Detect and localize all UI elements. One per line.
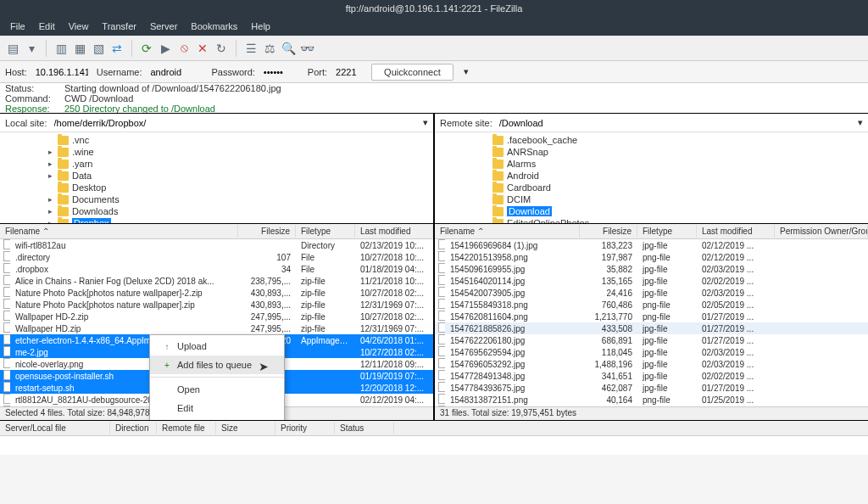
file-row[interactable]: 1545096169955.jpg35,882jpg-file02/03/201… (435, 263, 868, 275)
local-path-dropdown-icon[interactable]: ▾ (423, 117, 428, 128)
quickconnect-dropdown[interactable]: ▾ (459, 64, 474, 80)
search-icon[interactable]: 🔍 (281, 41, 296, 56)
password-input[interactable] (260, 65, 303, 79)
queue-col[interactable]: Server/Local file (0, 422, 110, 434)
col-modified[interactable]: Last modified (697, 225, 775, 238)
compare-icon[interactable]: ⚖ (262, 41, 277, 56)
ctx-open[interactable]: Open (150, 380, 284, 399)
menu-help[interactable]: Help (244, 18, 277, 35)
col-permissions[interactable]: Permission Owner/Grou... (775, 225, 868, 238)
file-row[interactable]: 1547620811604.png1,213,770png-file01/27/… (435, 311, 868, 322)
host-label: Host: (5, 67, 27, 77)
toolbar: ▤ ▾ ▥ ▦ ▧ ⇄ ⟳ ▶ ⦸ ✕ ↻ ☰ ⚖ 🔍 👓 (0, 36, 868, 61)
ctx-upload[interactable]: ↑Upload (150, 337, 284, 356)
process-queue-icon[interactable]: ▶ (158, 41, 173, 56)
file-row[interactable]: 1547695629594.jpg118,045jpg-file02/03/20… (435, 346, 868, 358)
file-row[interactable]: Nature Photo Pack[photos nature wallpape… (0, 299, 433, 311)
menu-server[interactable]: Server (143, 18, 184, 35)
file-row[interactable]: 1547622206180.jpg686,891jpg-file01/27/20… (435, 334, 868, 346)
toggle-tree-icon[interactable]: ▦ (72, 41, 87, 56)
dropdown-icon[interactable]: ▾ (24, 41, 39, 56)
tree-item[interactable]: ▸Dropbox (0, 217, 433, 223)
col-filetype[interactable]: Filetype (296, 225, 355, 238)
toggle-log-icon[interactable]: ▥ (53, 41, 69, 56)
queue-col[interactable]: Size (216, 422, 275, 434)
tree-item[interactable]: Download (435, 205, 868, 217)
folder-icon (492, 160, 504, 169)
file-row[interactable]: 1547728491348.jpg341,651jpg-file02/02/20… (435, 370, 868, 382)
file-row[interactable]: .directory107File10/27/2018 10:... (0, 251, 433, 263)
ctx-add-files-to-queue[interactable]: +Add files to queue (150, 356, 284, 374)
disconnect-icon[interactable]: ✕ (195, 41, 210, 56)
file-row[interactable]: 1547621885826.jpg433,508jpg-file01/27/20… (435, 322, 868, 334)
tree-item[interactable]: Alarms (435, 158, 868, 170)
reconnect-icon[interactable]: ↻ (214, 41, 229, 56)
file-row[interactable]: 1547155849318.png760,486png-file02/05/20… (435, 299, 868, 311)
folder-icon (58, 136, 69, 145)
site-manager-icon[interactable]: ▤ (5, 41, 20, 56)
file-row[interactable]: 1547784393675.jpg462,087jpg-file01/27/20… (435, 382, 868, 394)
file-row[interactable]: 1545420073905.jpg24,416jpg-file02/03/201… (435, 287, 868, 299)
find-icon[interactable]: 👓 (299, 41, 314, 56)
remote-site-input[interactable] (499, 118, 851, 128)
file-row[interactable]: Nature Photo Pack[photos nature wallpape… (0, 287, 433, 299)
folder-icon (58, 207, 69, 216)
filter-icon[interactable]: ☰ (243, 41, 259, 56)
file-row[interactable]: Wallpaper HD-2.zip247,995,...zip-file10/… (0, 311, 433, 322)
file-row[interactable]: 1545164020114.jpg135,165jpg-file02/02/20… (435, 275, 868, 287)
file-icon (3, 287, 10, 297)
tree-item[interactable]: ▸Downloads (0, 205, 433, 217)
col-filename[interactable]: Filename ⌃ (435, 225, 580, 238)
local-site-input[interactable] (54, 118, 416, 128)
menu-bookmarks[interactable]: Bookmarks (184, 18, 244, 35)
tree-item[interactable]: ▸.yarn (0, 158, 433, 170)
file-row[interactable]: .dropbox34File01/18/2019 04:... (0, 263, 433, 275)
file-row[interactable]: wifi-rtl8812auDirectory02/13/2019 10:... (0, 239, 433, 251)
tree-item[interactable]: Desktop (0, 182, 433, 193)
tree-item[interactable]: DCIM (435, 193, 868, 205)
tree-item[interactable]: ANRSnap (435, 146, 868, 158)
remote-site-label: Remote site: (440, 118, 492, 128)
tree-item[interactable]: ▸.wine (0, 146, 433, 158)
menu-view[interactable]: View (62, 18, 96, 35)
col-filetype[interactable]: Filetype (637, 225, 697, 238)
tree-item[interactable]: ▸Documents (0, 193, 433, 205)
queue-col[interactable]: Status (335, 422, 394, 434)
col-filesize[interactable]: Filesize (238, 225, 296, 238)
menu-edit[interactable]: Edit (32, 18, 62, 35)
file-icon (438, 370, 445, 380)
sync-browse-icon[interactable]: ⇄ (109, 41, 125, 56)
tree-item[interactable]: Cardboard (435, 182, 868, 193)
file-row[interactable]: 1541966969684 (1).jpg183,223jpg-file02/1… (435, 239, 868, 251)
folder-icon (492, 183, 504, 193)
file-row[interactable]: Alice in Chains - Ranier Fog (Deluxe 2CD… (0, 275, 433, 287)
file-icon (3, 346, 10, 356)
menu-file[interactable]: File (3, 18, 32, 35)
tree-item[interactable]: EditedOnlinePhotos (435, 217, 868, 223)
tree-item[interactable]: Android (435, 170, 868, 182)
col-modified[interactable]: Last modified (355, 225, 433, 238)
queue-col[interactable]: Direction (110, 422, 157, 434)
file-row[interactable]: 1548313872151.png40,164png-file01/25/201… (435, 394, 868, 406)
tree-item[interactable]: .facebook_cache (435, 134, 868, 146)
username-input[interactable] (147, 65, 206, 79)
col-filesize[interactable]: Filesize (580, 225, 637, 238)
tree-item[interactable]: .vnc (0, 134, 433, 146)
toggle-queue-icon[interactable]: ▧ (91, 41, 106, 56)
quickconnect-button[interactable]: Quickconnect (371, 64, 453, 81)
file-row[interactable]: 1547696053292.jpg1,488,196jpg-file02/03/… (435, 358, 868, 370)
refresh-icon[interactable]: ⟳ (139, 41, 154, 56)
port-input[interactable] (332, 65, 366, 79)
folder-icon (492, 207, 504, 216)
tree-item[interactable]: ▸Data (0, 170, 433, 182)
menu-transfer[interactable]: Transfer (95, 18, 143, 35)
remote-path-dropdown-icon[interactable]: ▾ (858, 117, 863, 128)
col-filename[interactable]: Filename ⌃ (0, 225, 238, 238)
file-row[interactable]: 1542201513958.png197,987png-file02/12/20… (435, 251, 868, 263)
file-row[interactable]: Wallpaper HD.zip247,995,...zip-file12/31… (0, 322, 433, 334)
host-input[interactable] (32, 65, 92, 79)
queue-col[interactable]: Remote file (157, 422, 216, 434)
ctx-edit[interactable]: Edit (150, 399, 284, 417)
queue-col[interactable]: Priority (275, 422, 335, 434)
cancel-icon[interactable]: ⦸ (176, 41, 192, 56)
